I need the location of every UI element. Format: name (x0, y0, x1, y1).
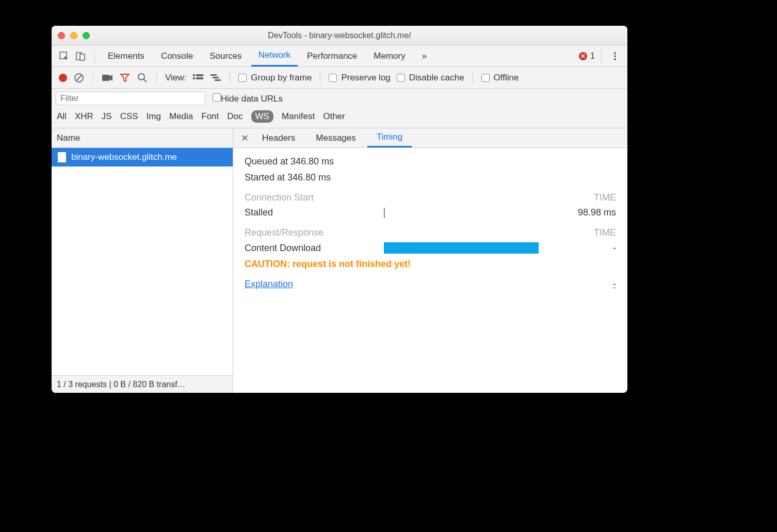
detail-tab-messages[interactable]: Messages (306, 128, 365, 147)
started-text: Started at 346.80 ms (245, 172, 331, 183)
request-response-header: Request/Response (245, 227, 323, 238)
request-list-pane: Name binary-websocket.glitch.me 1 / 3 re… (52, 128, 233, 393)
detail-tab-timing[interactable]: Timing (367, 128, 412, 147)
offline-checkbox[interactable]: Offline (481, 73, 519, 83)
tab-elements[interactable]: Elements (101, 45, 152, 66)
svg-rect-2 (80, 54, 85, 60)
filter-type-other[interactable]: Other (323, 111, 345, 122)
close-window-button[interactable] (58, 32, 65, 39)
svg-point-9 (138, 74, 144, 80)
window-title: DevTools - binary-websocket.glitch.me/ (52, 31, 627, 40)
svg-line-7 (76, 75, 82, 80)
filter-type-img[interactable]: Img (147, 111, 161, 122)
kebab-menu-icon[interactable] (608, 49, 622, 63)
tab-console[interactable]: Console (154, 45, 200, 66)
svg-point-4 (614, 55, 616, 57)
titlebar: DevTools - binary-websocket.glitch.me/ (52, 26, 627, 45)
tab-network[interactable]: Network (251, 45, 298, 66)
filter-type-xhr[interactable]: XHR (75, 111, 93, 122)
request-row[interactable]: binary-websocket.glitch.me (52, 148, 233, 167)
group-by-frame-checkbox[interactable]: Group by frame (238, 73, 312, 83)
stalled-value: 98.98 ms (564, 207, 616, 218)
filter-type-media[interactable]: Media (169, 111, 193, 122)
filter-type-js[interactable]: JS (102, 111, 112, 122)
request-name: binary-websocket.glitch.me (71, 152, 177, 162)
tab-sources[interactable]: Sources (202, 45, 249, 66)
name-column-header[interactable]: Name (52, 128, 233, 148)
search-icon[interactable] (137, 72, 148, 84)
detail-tab-bar: ✕ Headers Messages Timing (233, 128, 627, 148)
svg-point-3 (614, 52, 616, 54)
camera-icon[interactable] (102, 72, 113, 84)
record-button[interactable] (59, 74, 67, 82)
timing-tick (384, 208, 385, 218)
svg-point-5 (614, 58, 616, 60)
svg-rect-15 (211, 74, 217, 76)
svg-rect-14 (196, 77, 203, 79)
close-icon[interactable]: ✕ (238, 132, 251, 144)
clear-icon[interactable] (73, 72, 85, 84)
filter-type-ws[interactable]: WS (251, 110, 273, 123)
large-rows-icon[interactable] (192, 72, 204, 84)
filter-type-css[interactable]: CSS (120, 111, 138, 122)
svg-rect-11 (193, 74, 195, 76)
explanation-link[interactable]: Explanation (245, 279, 293, 290)
filter-type-all[interactable]: All (57, 111, 67, 122)
hide-data-urls-checkbox[interactable]: Hide data URLs (213, 93, 283, 104)
time-header: TIME (594, 227, 616, 238)
devtools-window: DevTools - binary-websocket.glitch.me/ E… (52, 26, 627, 393)
network-toolbar: View: Group by frame Preserve log Disabl… (52, 67, 627, 89)
error-icon: ✕ (579, 52, 587, 60)
filter-type-doc[interactable]: Doc (227, 111, 242, 122)
filter-type-font[interactable]: Font (201, 111, 219, 122)
detail-pane: ✕ Headers Messages Timing Queued at 346.… (233, 128, 627, 393)
time-header: TIME (594, 192, 616, 203)
svg-rect-13 (193, 77, 195, 79)
waterfall-icon[interactable] (210, 72, 221, 84)
zoom-window-button[interactable] (83, 32, 90, 39)
window-controls (58, 32, 90, 39)
svg-rect-8 (102, 75, 109, 81)
stalled-label: Stalled (245, 207, 384, 218)
request-list: binary-websocket.glitch.me (52, 148, 233, 375)
svg-rect-17 (215, 79, 221, 81)
filter-icon[interactable] (119, 72, 131, 84)
content-area: Name binary-websocket.glitch.me 1 / 3 re… (52, 128, 627, 393)
preserve-log-checkbox[interactable]: Preserve log (329, 73, 390, 83)
main-tab-bar: Elements Console Sources Network Perform… (52, 45, 627, 67)
tab-overflow[interactable]: » (415, 45, 434, 66)
content-download-value: - (564, 243, 616, 254)
status-bar: 1 / 3 requests | 0 B / 820 B transf… (52, 375, 233, 393)
disable-cache-checkbox[interactable]: Disable cache (397, 73, 464, 83)
minimize-window-button[interactable] (70, 32, 77, 39)
connection-start-header: Connection Start (245, 192, 314, 203)
error-count-badge[interactable]: ✕ 1 (579, 52, 595, 61)
svg-rect-12 (196, 74, 203, 76)
svg-line-10 (144, 79, 147, 82)
divider (94, 49, 94, 63)
filter-type-row: All XHR JS CSS Img Media Font Doc WS Man… (52, 108, 627, 125)
view-label: View: (165, 73, 186, 83)
explanation-value: - (613, 279, 616, 290)
timing-bar (384, 242, 539, 254)
filter-bar: Hide data URLs All XHR JS CSS Img Media … (52, 89, 627, 128)
tab-performance[interactable]: Performance (300, 45, 364, 66)
caution-text: CAUTION: request is not finished yet! (245, 259, 616, 270)
queued-text: Queued at 346.80 ms (245, 156, 334, 167)
filter-type-manifest[interactable]: Manifest (282, 111, 315, 122)
error-count: 1 (590, 52, 595, 61)
document-icon (58, 152, 66, 162)
inspect-element-icon[interactable] (57, 49, 71, 63)
tab-memory[interactable]: Memory (366, 45, 412, 66)
divider (601, 49, 602, 63)
device-toolbar-icon[interactable] (73, 49, 88, 63)
timing-panel: Queued at 346.80 ms Started at 346.80 ms… (233, 148, 627, 393)
content-download-label: Content Download (245, 243, 384, 254)
filter-input[interactable] (56, 92, 205, 105)
detail-tab-headers[interactable]: Headers (253, 128, 304, 147)
svg-rect-16 (213, 77, 219, 78)
